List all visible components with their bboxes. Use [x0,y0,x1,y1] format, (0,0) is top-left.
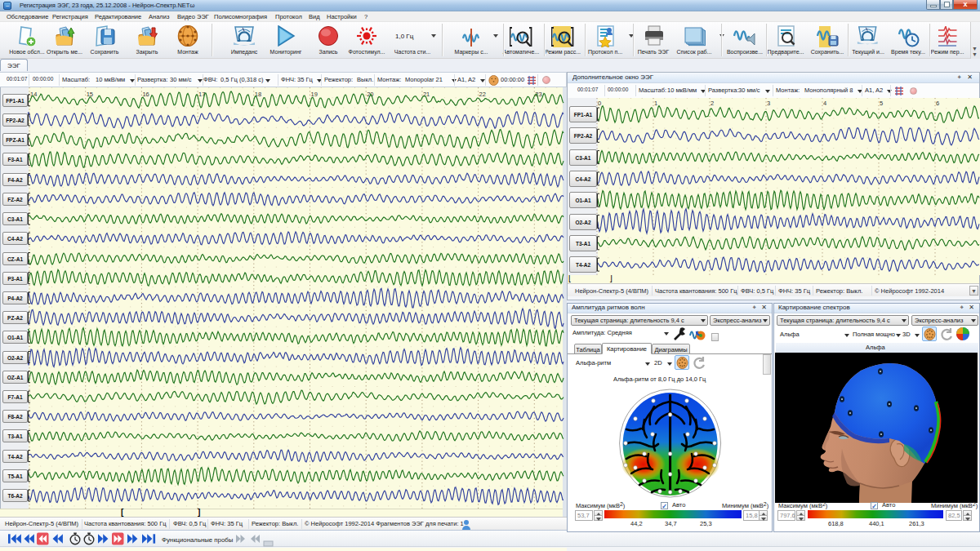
svg-text:5: 5 [880,100,883,107]
svg-text:6: 6 [936,100,939,107]
svg-text:1: 1 [654,100,657,107]
svg-text:Функциональные пробы: Функциональные пробы [162,536,234,544]
svg-text:0: 0 [598,100,601,107]
svg-text:4: 4 [823,100,826,107]
svg-text:18: 18 [255,91,261,98]
svg-text:19: 19 [311,91,318,98]
svg-text:21: 21 [423,91,430,98]
svg-text:2: 2 [710,100,714,107]
svg-text:16: 16 [142,91,149,98]
svg-text:3: 3 [767,100,770,107]
svg-text:22: 22 [479,91,486,98]
